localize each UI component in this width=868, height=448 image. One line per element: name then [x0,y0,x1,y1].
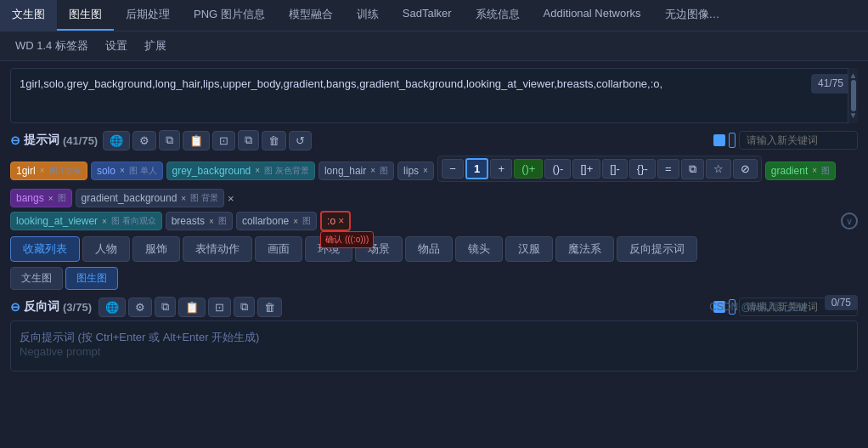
nav-wubian[interactable]: 无边图像… [653,0,732,31]
neg-trash-btn[interactable]: 🗑 [257,298,282,317]
tag-breasts-close[interactable]: × [209,217,214,226]
neg-globe-btn[interactable]: 🌐 [99,298,126,317]
nav-additional[interactable]: Additional Networks [532,0,653,31]
scroll-up-arrow[interactable]: ▲ [849,71,858,80]
toggle-icon[interactable] [729,133,736,148]
refresh-btn[interactable]: ↺ [289,131,312,150]
neg-collapse-arrow[interactable]: ⊖ [10,300,20,314]
nav-sadtalker[interactable]: SadTalker [391,0,464,31]
nav-expand[interactable]: 扩展 [136,35,175,57]
tag-long-hair-close[interactable]: × [370,166,375,175]
tag-grad-bg-x[interactable]: × [228,192,234,205]
cat-collection[interactable]: 收藏列表 [10,236,80,262]
cat-clothing[interactable]: 服饰 [132,236,180,262]
neg-copy2-btn[interactable]: ⧉ [234,297,255,317]
tag-solo[interactable]: solo × 图 单人 [91,162,163,180]
equals-btn[interactable]: = [657,159,679,179]
nav-xunlian[interactable]: 训练 [345,0,391,31]
gear-button[interactable]: ⚙ [132,131,156,150]
nav-system[interactable]: 系统信息 [464,0,532,31]
nav-wd14[interactable]: WD 1.4 标签器 [7,35,97,57]
tag-1girl[interactable]: 1girl × 图 1女孩 [10,162,87,180]
clipboard-btn[interactable]: 📋 [183,131,210,150]
keyword-input[interactable] [739,131,858,150]
bracket-close-btn[interactable]: []- [602,159,628,179]
tag-grey-bg[interactable]: grey_background × 图 灰色背景 [166,162,315,180]
tag-collarbone[interactable]: collarbone × 图 [236,212,317,230]
copy-tag-btn[interactable]: ⧉ [681,159,704,179]
category-tabs: 收藏列表 人物 服饰 表情动作 画面 环境 场景 物品 镜头 汉服 魔法系 反向… [10,236,858,262]
tag-gradient-text: gradient [771,165,808,177]
tag-lips[interactable]: lips × [397,162,434,180]
tag-breasts[interactable]: breasts × 图 [166,212,233,230]
nav-houqi[interactable]: 后期处理 [114,0,182,31]
tag-lips-close[interactable]: × [423,166,428,175]
tag-grey-bg-close[interactable]: × [255,166,260,175]
paren-open-btn[interactable]: ()+ [514,159,543,179]
neg-copy-btn[interactable]: ⧉ [155,297,176,317]
cat-negative[interactable]: 反向提示词 [617,236,697,262]
collapse-btn[interactable]: ∨ [841,213,858,230]
tag-bangs-close[interactable]: × [48,194,54,203]
cat-lens[interactable]: 镜头 [455,236,503,262]
tag-looking[interactable]: looking_at_viewer × 图 看向观众 [10,212,162,230]
tag-collarbone-text: collarbone [242,215,289,227]
collapse-arrow[interactable]: ⊖ [10,133,20,147]
tag-long-hair[interactable]: long_hair × 图 [318,162,394,180]
neg-gear-btn[interactable]: ⚙ [128,298,152,317]
cat-magic[interactable]: 魔法系 [555,236,614,262]
tag-gradient-close[interactable]: × [812,166,817,175]
cat-scene[interactable]: 画面 [255,236,302,262]
prompt-checkbox[interactable] [713,134,725,146]
number-btn[interactable]: 1 [465,158,488,179]
plus-btn[interactable]: + [490,159,512,179]
brace-open-btn[interactable]: {}- [629,159,656,179]
nav-wentu[interactable]: 文生图 [0,0,57,31]
scroll-thumb[interactable] [851,80,856,111]
tag-collarbone-close[interactable]: × [293,217,298,226]
copy2-btn[interactable]: ⧉ [238,130,259,150]
tag-1girl-close[interactable]: × [40,166,45,175]
globe-button[interactable]: 🌐 [103,131,130,150]
prompt-scrollbar[interactable]: ▲ ▼ [848,68,858,123]
tag-looking-text: looking_at_viewer [16,215,98,227]
sub-tab-tusheng[interactable]: 图生图 [65,267,118,290]
prompt-textarea[interactable]: 1girl,solo,grey_background,long_hair,lip… [10,68,858,123]
paren-close-btn[interactable]: ()- [544,159,571,179]
nav-moxing[interactable]: 模型融合 [277,0,345,31]
tag-gradient[interactable]: gradient × 图 [765,162,836,180]
frame-btn[interactable]: ⊡ [212,131,235,150]
ban-btn[interactable]: ⊘ [733,159,758,179]
tag-o-wrapper: :o × 确认 (((:o))) [320,211,351,231]
scroll-down-arrow[interactable]: ▼ [849,111,858,120]
tag-o-close[interactable]: × [338,215,344,227]
tag-bangs-text: bangs [16,192,44,204]
neg-frame-btn[interactable]: ⊡ [208,298,231,317]
neg-prompt-textarea[interactable]: 反向提示词 (按 Ctrl+Enter 或 Alt+Enter 开始生成) Ne… [10,320,858,371]
neg-section-title[interactable]: ⊖ 反向词 (3/75) [10,299,92,315]
star-btn[interactable]: ☆ [706,159,731,179]
tag-solo-text: solo [97,165,116,177]
trash-btn[interactable]: 🗑 [262,131,286,150]
prompt-section-title[interactable]: ⊖ 提示词 (41/75) [10,133,98,148]
nav-tusheng[interactable]: 图生图 [57,0,114,31]
tag-grad-bg-close[interactable]: × [181,194,186,203]
tag-looking-close[interactable]: × [102,217,107,226]
sub-tab-wentu[interactable]: 文生图 [10,267,63,290]
tag-grad-bg[interactable]: gradient_background × 图 背景 [76,189,224,207]
bracket-open-btn[interactable]: []+ [572,159,600,179]
cat-hanfu[interactable]: 汉服 [505,236,553,262]
tag-1girl-text: 1girl [16,165,36,177]
nav-png[interactable]: PNG 图片信息 [182,0,277,31]
neg-clipboard-btn[interactable]: 📋 [178,298,206,317]
minus-btn[interactable]: − [442,159,464,179]
cat-expression[interactable]: 表情动作 [183,236,252,262]
tag-special-o[interactable]: :o × [320,211,351,231]
cat-person[interactable]: 人物 [82,236,130,262]
cat-items[interactable]: 物品 [405,236,453,262]
tag-solo-close[interactable]: × [120,166,125,175]
tag-bangs[interactable]: bangs × 图 [10,189,72,207]
tag-bangs-sub: 图 [58,192,66,204]
nav-settings[interactable]: 设置 [97,35,136,57]
copy-icon-btn[interactable]: ⧉ [159,130,180,150]
